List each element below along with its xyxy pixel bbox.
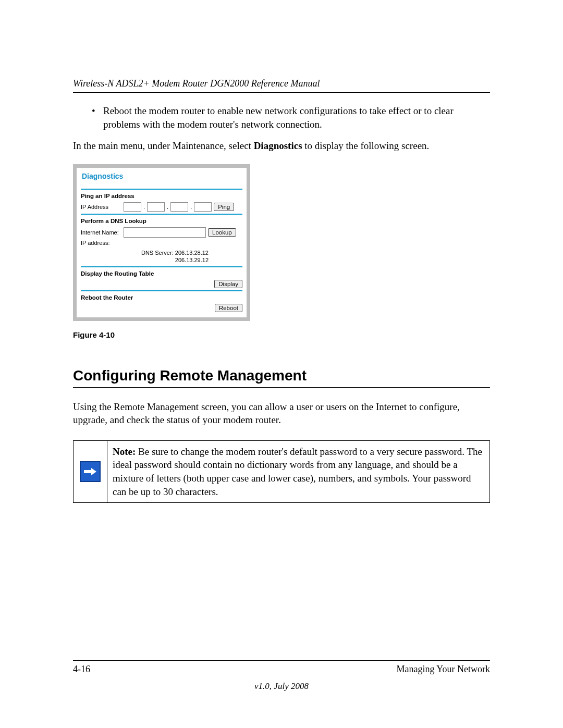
dot: . [167,204,168,210]
ping-section-header: Ping an IP address [81,193,242,199]
dns-name-row: Internet Name: Lookup [81,227,242,238]
ip-octet-1[interactable] [124,202,141,212]
ip-octet-3[interactable] [170,202,188,212]
figure-caption: Figure 4-10 [73,330,490,339]
page-footer: 4-16 Managing Your Network v1.0, July 20… [73,660,490,692]
header-title: Wireless-N ADSL2+ Modem Router DGN2000 R… [73,78,490,89]
footer-version: v1.0, July 2008 [73,681,490,692]
footer-page-number: 4-16 [73,664,90,675]
lookup-button[interactable]: Lookup [208,228,236,237]
footer-rule [73,660,490,661]
diagnostics-screenshot: Diagnostics Ping an IP address IP Addres… [73,164,250,321]
dns-server-block: DNS Server: 206.13.28.12 206.13.29.12 [81,249,242,264]
section-rule [73,387,490,388]
dns-server-line-2: 206.13.29.12 [81,256,209,264]
dns-ip-label: IP address: [81,240,121,246]
ping-row: IP Address . . . Ping [81,202,242,212]
internet-name-label: Internet Name: [81,229,121,236]
intro-bold: Diagnostics [254,140,302,151]
dns-section-header: Perform a DNS Lookup [81,218,242,224]
header-rule [73,92,490,93]
separator [81,290,242,291]
note-box: Note: Be sure to change the modem router… [73,440,490,503]
ip-octet-2[interactable] [147,202,165,212]
note-icon-cell [74,440,107,503]
diagnostics-title: Diagnostics [82,172,242,180]
ping-button[interactable]: Ping [214,203,234,211]
dot: . [190,204,192,210]
dns-server-line-1: DNS Server: 206.13.28.12 [81,249,209,256]
separator [81,214,242,215]
reboot-section-header: Reboot the Router [81,294,242,301]
section-heading: Configuring Remote Management [73,367,490,384]
arrow-right-icon [80,461,101,482]
reboot-button[interactable]: Reboot [215,304,242,312]
bullet-reboot: Reboot the modem router to enable new ne… [103,104,490,131]
intro-post: to display the following screen. [302,140,430,151]
separator [81,189,242,190]
note-text: Be sure to change the modem router's def… [113,446,482,497]
dns-ip-row: IP address: [81,240,242,246]
ip-octet-4[interactable] [194,202,212,212]
body-bullet-list: Reboot the modem router to enable new ne… [73,104,490,131]
separator [81,266,242,267]
footer-chapter: Managing Your Network [397,664,491,675]
dot: . [143,204,145,210]
intro-paragraph: In the main menu, under Maintenance, sel… [73,139,490,153]
note-label: Note: [113,446,138,457]
routing-section-header: Display the Routing Table [81,270,242,277]
note-text-cell: Note: Be sure to change the modem router… [107,440,490,503]
ip-address-label: IP Address [81,204,121,210]
intro-pre: In the main menu, under Maintenance, sel… [73,140,254,151]
internet-name-input[interactable] [124,227,206,238]
section-paragraph: Using the Remote Management screen, you … [73,400,490,427]
display-button[interactable]: Display [214,280,242,288]
